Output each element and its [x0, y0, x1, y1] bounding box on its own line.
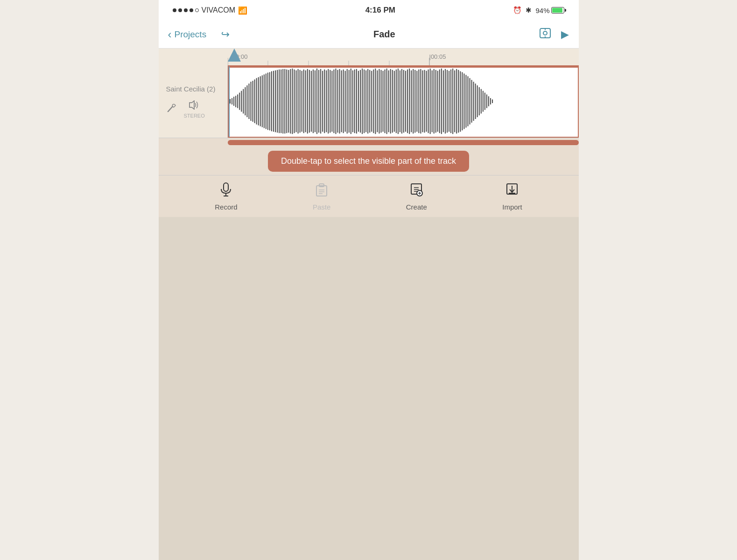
track-scroll-area[interactable]	[159, 138, 579, 147]
svg-rect-121	[431, 70, 432, 132]
svg-rect-68	[331, 71, 332, 132]
track-scroll-thumb[interactable]	[228, 140, 579, 145]
svg-rect-67	[330, 70, 330, 133]
record-label: Record	[215, 203, 237, 211]
nav-right: ▶	[539, 27, 569, 42]
svg-rect-135	[458, 70, 459, 133]
main-content-area	[159, 217, 579, 560]
timeline-ruler: |00:00 |00:05	[159, 49, 579, 65]
carrier-text: VIVACOM	[202, 6, 236, 14]
svg-rect-99	[390, 69, 391, 133]
paste-button[interactable]: Paste	[313, 182, 330, 211]
playhead-line	[229, 66, 230, 137]
svg-rect-47	[292, 69, 293, 134]
svg-rect-29	[258, 77, 259, 125]
microphone-icon	[219, 182, 233, 200]
track-name: Saint Cecilia (2)	[166, 85, 216, 93]
svg-rect-72	[339, 69, 340, 133]
svg-rect-132	[452, 69, 453, 134]
svg-rect-95	[382, 71, 383, 132]
nav-left[interactable]: ‹ Projects ↩	[168, 28, 230, 41]
svg-rect-44	[286, 70, 287, 133]
svg-rect-97	[386, 69, 387, 134]
svg-rect-130	[449, 71, 449, 132]
svg-rect-119	[428, 70, 428, 133]
playhead-triangle	[228, 49, 241, 62]
play-button[interactable]: ▶	[561, 28, 569, 41]
svg-rect-56	[309, 70, 309, 133]
svg-rect-118	[426, 71, 427, 132]
svg-rect-81	[356, 69, 357, 133]
svg-rect-127	[442, 70, 443, 132]
svg-rect-128	[444, 69, 445, 133]
svg-rect-105	[401, 69, 402, 133]
svg-rect-17	[235, 96, 236, 107]
svg-rect-146	[478, 87, 479, 115]
back-chevron-icon[interactable]: ‹	[168, 28, 172, 41]
svg-rect-65	[326, 70, 327, 132]
svg-rect-78	[350, 69, 351, 134]
svg-rect-90	[373, 70, 374, 133]
svg-rect-36	[271, 71, 272, 132]
svg-rect-109	[409, 69, 410, 134]
svg-rect-149	[484, 93, 485, 110]
svg-rect-108	[407, 70, 408, 133]
stereo-speaker-icon	[187, 100, 201, 112]
wrench-icon[interactable]	[166, 103, 176, 116]
svg-rect-64	[324, 70, 325, 133]
svg-rect-22	[245, 87, 246, 115]
battery-container: 94%	[535, 7, 564, 14]
projects-link[interactable]: Projects	[175, 29, 207, 40]
svg-rect-92	[377, 70, 378, 132]
svg-rect-24	[248, 84, 249, 119]
playhead-marker[interactable]	[228, 49, 241, 62]
bluetooth-icon: ✱	[526, 6, 532, 14]
import-button[interactable]: Import	[502, 182, 522, 211]
svg-rect-57	[310, 71, 311, 132]
svg-rect-117	[424, 70, 425, 133]
stereo-icon-container[interactable]: STEREO	[184, 100, 205, 119]
tooltip-box[interactable]: Double-tap to select the visible part of…	[268, 151, 469, 172]
record-button[interactable]: Record	[215, 182, 237, 211]
paste-icon	[315, 182, 329, 200]
svg-rect-73	[341, 70, 342, 132]
svg-rect-25	[250, 82, 251, 121]
settings-icon[interactable]	[539, 27, 552, 42]
svg-rect-139	[465, 75, 466, 128]
svg-rect-41	[281, 70, 281, 133]
undo-button[interactable]: ↩	[221, 28, 230, 41]
svg-rect-27	[254, 79, 255, 123]
create-button[interactable]: Create	[406, 182, 427, 211]
svg-rect-101	[393, 71, 394, 132]
phone-frame: VIVACOM 📶 4:16 PM ⏰ ✱ 94% ‹ Projects ↩ F…	[159, 0, 579, 560]
stereo-label: STEREO	[184, 113, 205, 119]
svg-rect-74	[343, 70, 344, 133]
svg-rect-83	[360, 70, 361, 133]
svg-rect-50	[297, 69, 298, 133]
svg-rect-89	[371, 71, 372, 132]
svg-rect-54	[305, 70, 306, 132]
status-time: 4:16 PM	[365, 6, 395, 15]
svg-rect-59	[314, 70, 315, 132]
signal-dots	[173, 8, 199, 12]
svg-rect-126	[441, 69, 442, 134]
svg-rect-102	[395, 70, 396, 133]
svg-rect-131	[450, 70, 451, 133]
svg-rect-55	[307, 69, 308, 133]
svg-rect-16	[233, 97, 234, 105]
svg-rect-46	[290, 69, 291, 133]
track-waveform-area[interactable]: /* waveform rendered via SVG bars below …	[228, 65, 579, 138]
svg-rect-61	[318, 70, 319, 133]
status-right: ⏰ ✱ 94%	[513, 6, 564, 14]
svg-rect-138	[463, 74, 464, 129]
svg-rect-154	[224, 183, 228, 191]
svg-rect-91	[375, 69, 376, 134]
svg-rect-42	[282, 69, 283, 133]
svg-rect-51	[299, 70, 300, 133]
svg-rect-124	[437, 71, 438, 132]
nav-bar: ‹ Projects ↩ Fade ▶	[159, 21, 579, 49]
svg-rect-142	[471, 80, 472, 123]
svg-rect-76	[346, 69, 347, 133]
svg-rect-120	[429, 69, 430, 134]
svg-rect-153	[492, 99, 493, 103]
